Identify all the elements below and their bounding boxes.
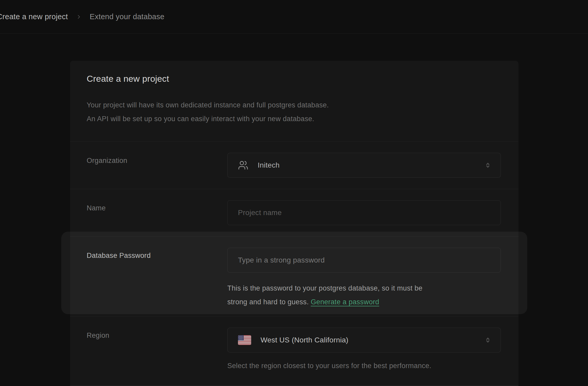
generate-password-link[interactable]: Generate a password (311, 298, 379, 306)
breadcrumb-next-step[interactable]: Extend your database (90, 12, 165, 21)
chevrons-up-down-icon (484, 335, 491, 345)
project-name-label: Name (70, 189, 227, 236)
database-password-row: Database Password This is the password t… (70, 236, 518, 316)
panel-description-line1: Your project will have its own dedicated… (87, 98, 502, 112)
panel-intro: Create a new project Your project will h… (70, 61, 518, 141)
create-project-page: Create a new project Extend your databas… (0, 0, 588, 386)
region-label: Region (70, 316, 227, 385)
database-password-helper: This is the password to your postgres da… (227, 281, 501, 309)
region-select[interactable]: West US (North California) (227, 328, 501, 353)
breadcrumb: Create a new project Extend your databas… (0, 12, 165, 21)
organization-row: Organization Initech (70, 141, 518, 189)
organization-label: Organization (70, 142, 227, 189)
password-helper-line2: strong and hard to guess. (227, 298, 311, 306)
database-password-input[interactable] (227, 248, 501, 273)
database-password-label: Database Password (70, 237, 227, 316)
organization-select[interactable]: Initech (227, 153, 501, 178)
chevrons-up-down-icon (484, 160, 491, 170)
panel-description-line2: An API will be set up so you can easily … (87, 112, 502, 126)
region-selected-value: West US (North California) (261, 336, 348, 344)
project-name-input[interactable] (227, 200, 501, 225)
region-row: Region (70, 316, 518, 385)
create-project-panel: Create a new project Your project will h… (70, 61, 518, 386)
chevron-right-icon (76, 14, 82, 20)
breadcrumb-current-step[interactable]: Create a new project (0, 12, 68, 21)
panel-title: Create a new project (87, 74, 502, 84)
organization-selected-value: Initech (258, 161, 280, 169)
us-flag-icon (238, 335, 251, 345)
users-icon (238, 160, 248, 170)
project-name-row: Name (70, 189, 518, 236)
password-helper-line1: This is the password to your postgres da… (227, 284, 422, 292)
region-helper: Select the region closest to your users … (227, 362, 501, 370)
top-bar: Create a new project Extend your databas… (0, 0, 588, 34)
